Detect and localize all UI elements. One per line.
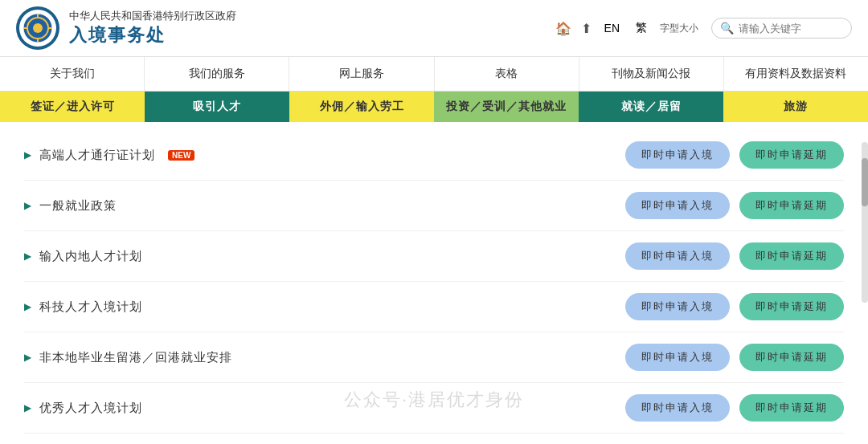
header-icons: 🏠 ⬆ EN 繁 字型大小 (555, 19, 698, 37)
list-row-1: ▶一般就业政策即时申请入境即时申请延期 (24, 181, 844, 231)
arrow-icon-3: ▶ (24, 301, 31, 312)
header-left: 中华人民共和国香港特别行政区政府 入境事务处 (16, 6, 236, 50)
btn-extend-1[interactable]: 即时申请延期 (739, 192, 844, 219)
search-input[interactable] (739, 22, 843, 35)
header: 中华人民共和国香港特别行政区政府 入境事务处 🏠 ⬆ EN 繁 字型大小 🔍 (0, 0, 868, 57)
main-nav-item-3[interactable]: 表格 (435, 57, 579, 91)
btn-extend-5[interactable]: 即时申请延期 (739, 394, 844, 422)
list-actions-4: 即时申请入境即时申请延期 (625, 344, 844, 371)
btn-apply-2[interactable]: 即时申请入境 (625, 242, 730, 270)
main-nav-item-5[interactable]: 有用资料及数据资料 (724, 57, 868, 91)
arrow-icon-0: ▶ (24, 149, 31, 161)
lang-en-btn[interactable]: EN (601, 20, 623, 36)
list-item-left-0: ▶高端人才通行证计划NEW (24, 148, 625, 163)
btn-apply-3[interactable]: 即时申请入境 (625, 293, 730, 320)
item-label-3[interactable]: 科技人才入境计划 (39, 299, 142, 315)
item-label-1[interactable]: 一般就业政策 (39, 198, 117, 214)
arrow-icon-4: ▶ (24, 352, 31, 363)
gov-name: 中华人民共和国香港特别行政区政府 (69, 9, 236, 23)
sub-nav-item-4[interactable]: 就读／居留 (579, 92, 723, 122)
scroll-thumb[interactable] (862, 158, 868, 206)
btn-apply-0[interactable]: 即时申请入境 (625, 141, 730, 169)
search-bar: 🔍 (711, 18, 852, 39)
item-label-5[interactable]: 优秀人才入境计划 (39, 401, 142, 416)
search-icon: 🔍 (720, 22, 734, 35)
list-actions-3: 即时申请入境即时申请延期 (625, 293, 844, 320)
font-size-btn[interactable]: 字型大小 (660, 22, 698, 35)
main-nav-item-2[interactable]: 网上服务 (289, 57, 434, 91)
share-icon[interactable]: ⬆ (581, 21, 592, 36)
list-item-left-4: ▶非本地毕业生留港／回港就业安排 (24, 350, 625, 365)
main-nav-item-1[interactable]: 我们的服务 (145, 57, 289, 91)
header-title: 中华人民共和国香港特别行政区政府 入境事务处 (69, 9, 236, 47)
list-item-left-2: ▶输入内地人才计划 (24, 249, 625, 264)
btn-apply-4[interactable]: 即时申请入境 (625, 344, 730, 371)
sub-nav-item-5[interactable]: 旅游 (723, 92, 868, 122)
logo-icon (19, 10, 56, 47)
list-row-0: ▶高端人才通行证计划NEW即时申请入境即时申请延期 (24, 130, 844, 181)
item-label-2[interactable]: 输入内地人才计划 (39, 249, 142, 264)
sub-nav: 签证／进入许可吸引人才外佣／输入劳工投资／受训／其他就业就读／居留旅游 (0, 92, 868, 122)
home-icon[interactable]: 🏠 (555, 21, 571, 36)
item-label-0[interactable]: 高端人才通行证计划 (39, 148, 155, 163)
arrow-icon-1: ▶ (24, 200, 31, 211)
list-actions-0: 即时申请入境即时申请延期 (625, 141, 844, 169)
sub-nav-item-2[interactable]: 外佣／输入劳工 (289, 92, 434, 122)
new-badge-0: NEW (168, 150, 194, 161)
sub-nav-item-3[interactable]: 投资／受训／其他就业 (434, 92, 579, 122)
arrow-icon-2: ▶ (24, 251, 31, 262)
list-actions-1: 即时申请入境即时申请延期 (625, 192, 844, 219)
list-actions-5: 即时申请入境即时申请延期 (625, 394, 844, 422)
scrollbar[interactable] (862, 142, 868, 303)
btn-extend-2[interactable]: 即时申请延期 (739, 242, 844, 270)
list-row-2: ▶输入内地人才计划即时申请入境即时申请延期 (24, 231, 844, 282)
logo-circle (16, 6, 59, 50)
list-row-6: ▶输入中国籍香港永久性居民第二代计划即时申请入境 (24, 434, 844, 444)
content-area: ▶高端人才通行证计划NEW即时申请入境即时申请延期▶一般就业政策即时申请入境即时… (0, 122, 868, 444)
list-item-left-1: ▶一般就业政策 (24, 198, 625, 214)
arrow-icon-5: ▶ (24, 402, 31, 413)
main-nav: 关于我们我们的服务网上服务表格刊物及新闻公报有用资料及数据资料 (0, 57, 868, 92)
svg-point-2 (33, 23, 43, 33)
btn-extend-3[interactable]: 即时申请延期 (739, 293, 844, 320)
list-item-left-3: ▶科技人才入境计划 (24, 299, 625, 315)
list-row-4: ▶非本地毕业生留港／回港就业安排即时申请入境即时申请延期 (24, 332, 844, 383)
sub-nav-item-0[interactable]: 签证／进入许可 (0, 92, 145, 122)
dept-name: 入境事务处 (69, 23, 236, 47)
item-label-4[interactable]: 非本地毕业生留港／回港就业安排 (39, 350, 232, 365)
list-row-3: ▶科技人才入境计划即时申请入境即时申请延期 (24, 282, 844, 332)
btn-extend-4[interactable]: 即时申请延期 (739, 344, 844, 371)
header-right: 🏠 ⬆ EN 繁 字型大小 🔍 (555, 18, 852, 39)
main-nav-item-0[interactable]: 关于我们 (0, 57, 145, 91)
btn-apply-1[interactable]: 即时申请入境 (625, 192, 730, 219)
lang-tc-btn[interactable]: 繁 (633, 19, 650, 37)
sub-nav-item-1[interactable]: 吸引人才 (145, 92, 289, 122)
list-actions-2: 即时申请入境即时申请延期 (625, 242, 844, 270)
list-row-5: ▶优秀人才入境计划即时申请入境即时申请延期 (24, 383, 844, 434)
btn-extend-0[interactable]: 即时申请延期 (739, 141, 844, 169)
list-item-left-5: ▶优秀人才入境计划 (24, 401, 625, 416)
btn-apply-5[interactable]: 即时申请入境 (625, 394, 730, 422)
main-nav-item-4[interactable]: 刊物及新闻公报 (579, 57, 724, 91)
